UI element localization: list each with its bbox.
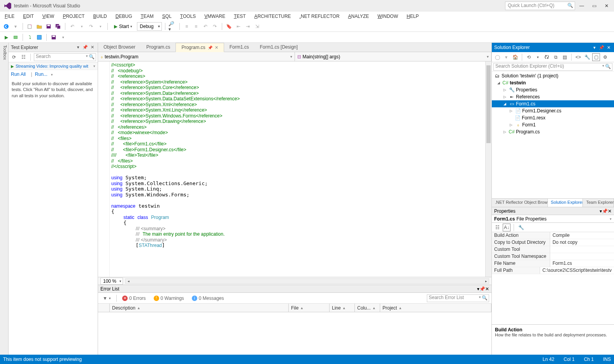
messages-filter[interactable]: i0 Messages <box>189 295 226 302</box>
se-preview-button[interactable]: ▢ <box>592 53 600 61</box>
warnings-filter[interactable]: !0 Warnings <box>151 295 186 302</box>
error-col-project[interactable]: Project ▲ <box>380 304 491 312</box>
menu-edit[interactable]: EDIT <box>20 13 37 20</box>
quick-launch-input[interactable]: Quick Launch (Ctrl+Q) 🔍 <box>505 2 575 10</box>
prev-bookmark-button[interactable]: ⇤ <box>235 23 242 30</box>
props-pin-button[interactable]: 📌 <box>602 208 608 214</box>
se-close-button[interactable]: ✕ <box>605 44 612 51</box>
property-row[interactable]: Custom Tool Namespace <box>492 253 614 260</box>
error-col-icon[interactable] <box>98 304 110 312</box>
se-refresh-button[interactable]: 🗘 <box>543 53 551 61</box>
attach-button[interactable] <box>12 33 19 41</box>
property-row[interactable]: Build ActionCompile <box>492 232 614 239</box>
se-properties-button[interactable]: 🔧 <box>583 53 591 61</box>
property-value[interactable] <box>550 246 614 253</box>
minimize-button[interactable]: — <box>576 2 588 10</box>
se-showall-button[interactable]: ▤ <box>561 53 568 61</box>
menu-project[interactable]: PROJECT <box>60 13 88 20</box>
horizontal-scrollbar[interactable]: ◂ ▸ <box>125 278 489 284</box>
expand-icon[interactable]: ▷ <box>510 123 514 127</box>
props-pages-button[interactable]: 🔧 <box>517 224 525 231</box>
program-node[interactable]: ▷ C# Program.cs <box>492 128 614 135</box>
doc-tab[interactable]: Object Browser <box>98 42 141 52</box>
se-back-button[interactable]: ◯ <box>493 53 501 61</box>
save-all-button[interactable] <box>54 23 62 30</box>
nav-back-button[interactable]: ↶ <box>202 23 209 30</box>
menu-architecture[interactable]: ARCHITECTURE <box>251 13 294 20</box>
menu-netreflector[interactable]: .NET REFLECTOR <box>296 13 343 20</box>
nav-fwd-button[interactable]: ↷ <box>211 23 219 30</box>
error-col-description[interactable]: Description ▲ <box>110 304 289 312</box>
form1-designer-node[interactable]: ▷ 📄 Form1.Designer.cs <box>492 107 614 114</box>
expand-icon[interactable]: ◢ <box>503 102 507 106</box>
panel-close-button[interactable]: ✕ <box>89 44 95 51</box>
config-combo[interactable]: Debug <box>137 22 161 31</box>
run-all-link[interactable]: Run All <box>11 72 26 77</box>
menu-window[interactable]: WINDOW <box>374 13 401 20</box>
doc-tab[interactable]: Form1.cs <box>224 42 254 52</box>
property-row[interactable]: Copy to Output DirectoryDo not copy <box>492 239 614 246</box>
new-project-button[interactable] <box>26 23 34 30</box>
redo-button[interactable]: ↷ <box>87 23 95 30</box>
zoom-combo[interactable]: 100 % <box>100 278 123 285</box>
property-value[interactable]: C:\source2\CSScript\testwin\testv <box>540 267 614 274</box>
run-button[interactable]: ▶ <box>2 33 10 41</box>
se-sync2-button[interactable]: ▾ <box>534 53 542 61</box>
undo-button[interactable]: ↶ <box>68 23 76 30</box>
panel-tab[interactable]: .NET Reflector Object Brow... <box>492 199 548 207</box>
menu-vmware[interactable]: VMWARE <box>201 13 228 20</box>
step-button[interactable]: ⤵ <box>26 33 34 41</box>
step2-button[interactable] <box>35 33 43 41</box>
menu-help[interactable]: HELP <box>403 13 422 20</box>
error-search-input[interactable]: Search Error List 🔍 ▾ <box>427 294 489 302</box>
clear-bookmarks-button[interactable]: ⇲ <box>253 23 261 30</box>
code-editor[interactable]: //<csscript> // <nodebug/> // <reference… <box>110 61 485 277</box>
save-button[interactable] <box>45 23 53 30</box>
uncomment-button[interactable]: ≡ <box>192 23 200 30</box>
property-row[interactable]: Full PathC:\source2\CSScript\testwin\tes… <box>492 267 614 274</box>
expand-icon[interactable]: ▷ <box>503 95 507 99</box>
hscroll-right-button[interactable]: ▸ <box>483 279 489 284</box>
form1-class-node[interactable]: ▷ ⬨ Form1 <box>492 121 614 128</box>
errors-filter[interactable]: ✕0 Errors <box>120 295 148 302</box>
doc-tab[interactable]: Program.cs 📌 ✕ <box>175 43 224 52</box>
toolbox-tab[interactable]: Toolbox <box>0 43 9 355</box>
expand-icon[interactable]: ◢ <box>497 81 501 85</box>
comment-button[interactable]: ≡ <box>183 23 191 30</box>
save2-button[interactable] <box>50 33 58 41</box>
menu-build[interactable]: BUILD <box>90 13 110 20</box>
test-search-input[interactable]: Search 🔍 ▾ <box>34 53 96 61</box>
next-bookmark-button[interactable]: ⇥ <box>244 23 252 30</box>
redo-dropdown[interactable]: ▾ <box>96 23 104 30</box>
menu-view[interactable]: VIEW <box>39 13 58 20</box>
expand-icon[interactable]: ▷ <box>503 88 507 92</box>
form1-resx-node[interactable]: 📄 Form1.resx <box>492 114 614 121</box>
se-fwd-button[interactable]: ▾ <box>502 53 510 61</box>
se-home-button[interactable]: 🏠 <box>511 53 519 61</box>
close-tab-icon[interactable]: ✕ <box>215 45 218 50</box>
find-button[interactable]: 🔎▾ <box>168 23 176 30</box>
menu-sql[interactable]: SQL <box>159 13 175 20</box>
property-row[interactable]: File NameForm1.cs <box>492 260 614 267</box>
menu-team[interactable]: TEAM <box>137 13 156 20</box>
hscroll-left-button[interactable]: ◂ <box>126 279 131 284</box>
panel-tab[interactable]: Solution Explorer <box>548 199 583 207</box>
restore-button[interactable]: ▭ <box>588 2 600 10</box>
solution-search-input[interactable]: Search Solution Explorer (Ctrl+ü) 🔍 ▾ <box>493 63 612 71</box>
filter-button[interactable]: ▼▾ <box>100 295 113 302</box>
references-node[interactable]: ▷ ▪▫ References <box>492 93 614 100</box>
close-button[interactable]: ✕ <box>601 2 612 10</box>
doc-tab[interactable]: Form1.cs [Design] <box>254 42 303 52</box>
properties-subject[interactable]: Form1.cs File Properties ▾ <box>492 215 614 223</box>
se-collapse-button[interactable]: ⧉ <box>552 53 560 61</box>
doc-tab[interactable]: Program.cs <box>141 42 175 52</box>
errorlist-close-button[interactable]: ✕ <box>485 286 489 292</box>
pin-icon[interactable]: 📌 <box>208 46 212 50</box>
property-value[interactable]: Do not copy <box>550 239 614 246</box>
property-value[interactable] <box>550 253 614 260</box>
se-dropdown-button[interactable]: ▾ <box>591 44 598 51</box>
errorlist-pin-button[interactable]: 📌 <box>479 286 485 292</box>
se-pin-button[interactable]: 📌 <box>598 44 605 51</box>
property-value[interactable]: Form1.cs <box>550 260 614 267</box>
menu-test[interactable]: TEST <box>231 13 249 20</box>
